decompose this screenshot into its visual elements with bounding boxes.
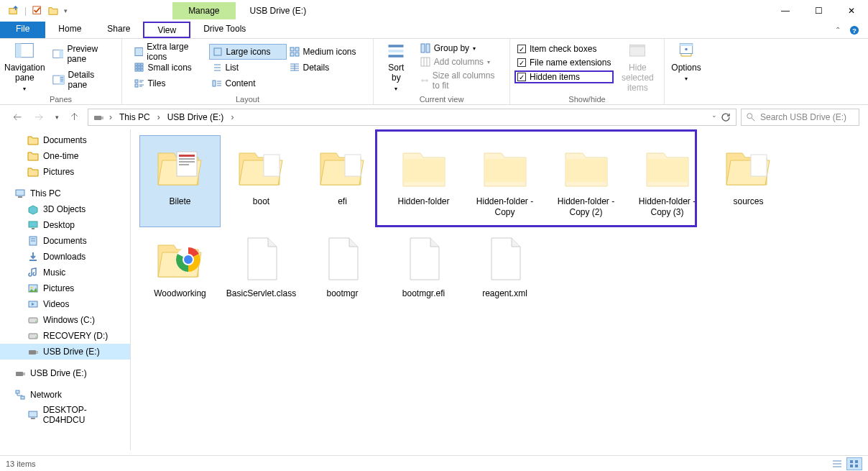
svg-rect-24 xyxy=(141,66,143,68)
tree-item[interactable]: One-time xyxy=(0,148,130,164)
layout-small[interactable]: Small icons xyxy=(131,60,209,76)
file-item[interactable]: Hidden-folder - Copy (3) xyxy=(627,135,708,227)
file-item[interactable]: Hidden-folder - Copy (2) xyxy=(545,135,627,227)
folder-hidden-icon xyxy=(560,140,613,193)
tree-item[interactable]: Desktop xyxy=(0,217,130,233)
address-dropdown-icon[interactable]: ⌄ xyxy=(711,111,717,123)
ribbon-group-show-hide: ✓Item check boxes ✓File name extensions … xyxy=(510,39,665,104)
file-item[interactable]: efi xyxy=(302,135,383,227)
details-pane-label: Details pane xyxy=(68,70,113,90)
minimize-button[interactable]: — xyxy=(769,0,802,22)
up-button[interactable]: 🡡 xyxy=(66,109,83,126)
details-pane-button[interactable]: Details pane xyxy=(48,68,117,91)
folder-icon[interactable] xyxy=(48,6,58,16)
back-button[interactable]: 🡠 xyxy=(9,109,26,126)
hidden-items-toggle[interactable]: ✓Hidden items xyxy=(514,70,614,83)
item-check-boxes-toggle[interactable]: ✓Item check boxes xyxy=(514,43,614,55)
add-columns-icon xyxy=(420,57,430,67)
forward-button[interactable]: 🡢 xyxy=(30,109,47,126)
tab-view[interactable]: View xyxy=(143,22,190,38)
maximize-button[interactable]: ☐ xyxy=(802,0,835,22)
file-item[interactable]: bootmgr xyxy=(302,227,383,319)
tree-item[interactable]: Documents xyxy=(0,132,130,148)
tree-item[interactable]: Music xyxy=(0,265,130,280)
tree-item[interactable]: Pictures xyxy=(0,164,130,180)
layout-content[interactable]: Content xyxy=(209,76,287,91)
file-item[interactable]: sources xyxy=(708,135,789,227)
file-item[interactable]: boot xyxy=(221,135,302,227)
file-item[interactable]: bootmgr.efi xyxy=(383,227,464,319)
size-columns-icon xyxy=(420,76,429,86)
file-icon xyxy=(397,232,451,285)
layout-extra-large[interactable]: Extra large icons xyxy=(131,44,209,60)
recent-dropdown[interactable]: ▾ xyxy=(52,109,62,126)
tree-item[interactable]: Documents xyxy=(0,233,130,249)
breadcrumb-bar[interactable]: This PC USB Drive (E:) ⌄ xyxy=(88,109,737,126)
details-view-button[interactable] xyxy=(829,457,845,470)
svg-point-75 xyxy=(35,321,37,322)
tree-network[interactable]: Network xyxy=(0,387,130,403)
tree-item[interactable]: Downloads xyxy=(0,249,130,265)
tree-item[interactable]: USB Drive (E:) xyxy=(0,344,130,360)
checkbox-checked-icon[interactable] xyxy=(32,6,42,16)
tab-home[interactable]: Home xyxy=(45,22,94,38)
sort-by-button[interactable]: Sort by ▾ xyxy=(378,41,415,94)
tree-item[interactable]: DESKTOP-CD4HDCU xyxy=(0,403,130,427)
close-button[interactable]: ✕ xyxy=(835,0,868,22)
tab-file[interactable]: File xyxy=(0,22,45,38)
ribbon-collapse-icon[interactable]: ⌃ xyxy=(835,26,841,34)
layout-large[interactable]: Large icons xyxy=(209,44,287,60)
manage-contextual-tab[interactable]: Manage xyxy=(172,2,235,19)
preview-pane-button[interactable]: Preview pane xyxy=(48,42,117,65)
svg-rect-74 xyxy=(29,318,37,323)
refresh-icon[interactable] xyxy=(720,111,731,123)
folder-open-icon xyxy=(722,140,775,193)
hide-selected-button[interactable]: Hide selected items xyxy=(617,41,658,93)
file-item[interactable]: Woodworking xyxy=(139,227,221,319)
tree-this-pc[interactable]: This PC xyxy=(0,186,130,201)
file-extensions-toggle[interactable]: ✓File name extensions xyxy=(514,57,614,68)
folder-open-icon xyxy=(235,140,288,193)
qat-dropdown-icon[interactable]: ▾ xyxy=(64,7,68,14)
file-item[interactable]: BasicServlet.class xyxy=(221,227,302,319)
help-icon[interactable]: ? xyxy=(849,25,859,35)
svg-rect-90 xyxy=(855,460,858,463)
tree-usb-drive[interactable]: USB Drive (E:) xyxy=(0,365,130,381)
folder-up-icon[interactable] xyxy=(9,6,19,16)
tree-item[interactable]: 3D Objects xyxy=(0,201,130,217)
navigation-tree[interactable]: DocumentsOne-timePictures This PC 3D Obj… xyxy=(0,129,131,450)
file-item[interactable]: Hidden-folder xyxy=(383,135,464,227)
network-icon xyxy=(14,389,26,401)
svg-point-72 xyxy=(31,287,33,289)
tab-share[interactable]: Share xyxy=(94,22,143,38)
options-button[interactable]: Options ▾ xyxy=(669,41,703,84)
group-by-icon xyxy=(420,43,430,53)
search-box[interactable]: Search USB Drive (E:) xyxy=(741,109,859,126)
content-area[interactable]: BiletebootefiHidden-folderHidden-folder … xyxy=(131,129,868,450)
layout-medium[interactable]: Medium icons xyxy=(287,44,364,60)
file-item[interactable]: reagent.xml xyxy=(464,227,545,319)
preview-pane-label: Preview pane xyxy=(67,44,113,64)
svg-rect-19 xyxy=(135,63,137,65)
ribbon-group-options: Options ▾ xyxy=(665,39,708,104)
icons-view-button[interactable] xyxy=(846,457,862,470)
file-item[interactable]: Hidden-folder - Copy xyxy=(464,135,545,227)
svg-rect-27 xyxy=(141,69,143,71)
navigation-pane-button[interactable]: Navigation pane ▾ xyxy=(4,41,45,94)
crumb-location[interactable]: USB Drive (E:) xyxy=(165,112,226,122)
size-columns-button[interactable]: Size all columns to fit xyxy=(417,70,505,91)
file-item[interactable]: Bilete xyxy=(139,135,221,227)
svg-rect-79 xyxy=(36,351,38,354)
svg-rect-17 xyxy=(290,52,294,56)
layout-list[interactable]: List xyxy=(209,60,287,76)
tab-drive-tools[interactable]: Drive Tools xyxy=(190,22,259,38)
layout-details[interactable]: Details xyxy=(287,60,364,76)
tree-item[interactable]: Pictures xyxy=(0,280,130,296)
tree-item[interactable]: Windows (C:) xyxy=(0,312,130,328)
tree-item[interactable]: RECOVERY (D:) xyxy=(0,328,130,344)
crumb-this-pc[interactable]: This PC xyxy=(117,112,152,122)
add-columns-button[interactable]: Add columns ▾ xyxy=(417,56,505,68)
group-by-button[interactable]: Group by ▾ xyxy=(417,42,505,54)
layout-tiles[interactable]: Tiles xyxy=(131,76,209,91)
tree-item[interactable]: Videos xyxy=(0,296,130,312)
